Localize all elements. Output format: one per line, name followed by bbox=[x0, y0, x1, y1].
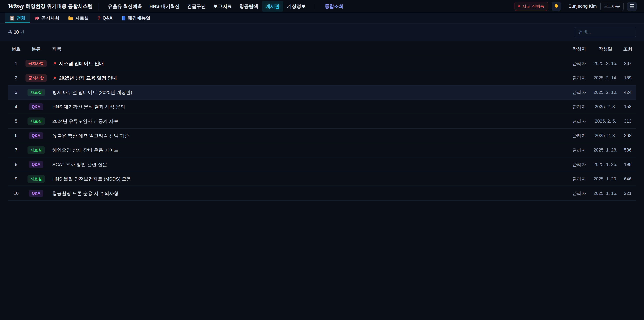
nav-item-7[interactable]: 기상정보 bbox=[283, 1, 310, 12]
post-title[interactable]: HNS 대기확산 분석 결과 해석 문의 bbox=[48, 104, 567, 110]
post-author: 관리자 bbox=[567, 104, 591, 110]
top-navbar: Wing 해양환경 위기대응 통합시스템 유출유 확산예측HNS·대기확산긴급구… bbox=[0, 0, 644, 13]
row-number: 4 bbox=[8, 104, 24, 109]
category-badge: Q&A bbox=[29, 132, 43, 139]
table-row[interactable]: 4 Q&A HNS 대기확산 분석 결과 해석 문의 관리자 2025. 2. … bbox=[8, 100, 636, 114]
col-header-author: 작성자 bbox=[567, 46, 591, 52]
post-title[interactable]: 방제 매뉴얼 업데이트 (2025년 개정판) bbox=[48, 89, 567, 96]
divider bbox=[315, 3, 315, 10]
category-badge: 공지사항 bbox=[26, 74, 46, 82]
user-name: Eunjeong Kim bbox=[568, 4, 597, 9]
nav-item-5[interactable]: 항공탐색 bbox=[236, 1, 262, 12]
category-badge: 공지사항 bbox=[26, 60, 46, 67]
post-date: 2025. 2. 5. bbox=[591, 119, 620, 124]
board-content: 총10건 번호 분류 제목 작성자 작성일 조회 1 공지사항 시스템 업데이트… bbox=[0, 24, 644, 201]
nav-item-1[interactable]: 유출유 확산예측 bbox=[104, 1, 146, 12]
table-row[interactable]: 9 자료실 HNS 물질 안전보건자료 (MSDS) 모음 관리자 2025. … bbox=[8, 172, 636, 186]
pushpin-icon bbox=[52, 61, 57, 66]
post-date: 2025. 2. 8. bbox=[591, 104, 620, 109]
row-number: 2 bbox=[8, 75, 24, 81]
post-views: 536 bbox=[620, 148, 636, 153]
col-header-title: 제목 bbox=[48, 46, 567, 52]
total-count-number: 10 bbox=[14, 30, 19, 35]
post-views: 313 bbox=[620, 119, 636, 124]
tab-question[interactable]: ?Q&A bbox=[93, 13, 117, 23]
post-author: 관리자 bbox=[567, 118, 591, 124]
table-row[interactable]: 8 Q&A SCAT 조사 방법 관련 질문 관리자 2025. 1. 25. … bbox=[8, 157, 636, 172]
incident-label: 사고 진행중 bbox=[522, 4, 544, 9]
row-number: 9 bbox=[8, 176, 24, 182]
board-toolbar: 총10건 bbox=[0, 24, 644, 41]
book-icon bbox=[121, 16, 126, 21]
board-tabbar: 전체공지사항자료실?Q&A해경매뉴얼 bbox=[0, 13, 644, 24]
category-badge: Q&A bbox=[29, 161, 43, 168]
post-author: 관리자 bbox=[567, 89, 591, 96]
clipboard-icon bbox=[10, 16, 14, 21]
post-title[interactable]: 유출유 확산 예측 알고리즘 선택 기준 bbox=[48, 133, 567, 139]
nav-item-2[interactable]: HNS·대기확산 bbox=[146, 1, 183, 12]
table-row[interactable]: 2 공지사항 2025년 방제 교육 일정 안내 관리자 2025. 2. 14… bbox=[8, 71, 636, 85]
category-badge: 자료실 bbox=[28, 146, 45, 154]
logout-button[interactable]: 로그아웃 bbox=[600, 2, 624, 11]
post-title[interactable]: 2024년 유류오염사고 통계 자료 bbox=[48, 118, 567, 125]
post-title[interactable]: 항공촬영 드론 운용 시 주의사항 bbox=[48, 190, 567, 197]
col-header-views: 조회 bbox=[620, 46, 636, 52]
table-body: 1 공지사항 시스템 업데이트 안내 관리자 2025. 2. 15. 287 … bbox=[8, 56, 636, 201]
row-number: 7 bbox=[8, 148, 24, 153]
post-date: 2025. 2. 3. bbox=[591, 133, 620, 138]
table-row[interactable]: 7 자료실 해양오염 방제 장비 운용 가이드 관리자 2025. 1. 28.… bbox=[8, 143, 636, 157]
category-badge: 자료실 bbox=[28, 89, 45, 96]
table-row[interactable]: 1 공지사항 시스템 업데이트 안내 관리자 2025. 2. 15. 287 bbox=[8, 56, 636, 71]
row-number: 10 bbox=[8, 191, 24, 196]
tab-book[interactable]: 해경매뉴얼 bbox=[117, 13, 155, 23]
post-views: 158 bbox=[620, 104, 636, 109]
notifications-button[interactable] bbox=[552, 2, 561, 11]
table-row[interactable]: 10 Q&A 항공촬영 드론 운용 시 주의사항 관리자 2025. 1. 15… bbox=[8, 186, 636, 201]
post-date: 2025. 1. 20. bbox=[591, 176, 620, 182]
post-author: 관리자 bbox=[567, 147, 591, 153]
row-number: 6 bbox=[8, 133, 24, 138]
menu-button[interactable] bbox=[627, 2, 636, 11]
post-author: 관리자 bbox=[567, 61, 591, 67]
post-date: 2025. 1. 25. bbox=[591, 162, 620, 167]
post-title[interactable]: 2025년 방제 교육 일정 안내 bbox=[48, 75, 567, 81]
megaphone-icon bbox=[34, 16, 39, 21]
tab-folder[interactable]: 자료실 bbox=[64, 13, 93, 23]
post-author: 관리자 bbox=[567, 75, 591, 81]
category-badge: 자료실 bbox=[28, 117, 45, 125]
nav-item-6[interactable]: 게시판 bbox=[262, 1, 283, 12]
tab-clipboard[interactable]: 전체 bbox=[5, 13, 30, 23]
post-views: 221 bbox=[620, 191, 636, 196]
search-input[interactable] bbox=[574, 27, 636, 37]
pushpin-icon bbox=[52, 76, 57, 80]
post-title[interactable]: 시스템 업데이트 안내 bbox=[48, 60, 567, 67]
post-views: 189 bbox=[620, 75, 636, 81]
row-number: 3 bbox=[8, 90, 24, 95]
post-date: 2025. 2. 14. bbox=[591, 75, 620, 81]
wing-logo-mark: Wing bbox=[8, 3, 23, 10]
app-title: 해양환경 위기대응 통합시스템 bbox=[26, 3, 92, 10]
nav-item-3[interactable]: 긴급구난 bbox=[183, 1, 210, 12]
tab-megaphone[interactable]: 공지사항 bbox=[30, 13, 64, 23]
col-header-category: 분류 bbox=[24, 46, 48, 52]
nav-item-integrated-search[interactable]: 통합조회 bbox=[321, 1, 347, 12]
table-row[interactable]: 6 Q&A 유출유 확산 예측 알고리즘 선택 기준 관리자 2025. 2. … bbox=[8, 129, 636, 143]
post-title[interactable]: SCAT 조사 방법 관련 질문 bbox=[48, 161, 567, 168]
table-row[interactable]: 5 자료실 2024년 유류오염사고 통계 자료 관리자 2025. 2. 5.… bbox=[8, 114, 636, 129]
post-views: 424 bbox=[620, 90, 636, 95]
post-date: 2025. 2. 15. bbox=[591, 61, 620, 66]
incident-dot-icon bbox=[518, 5, 520, 8]
post-title[interactable]: 해양오염 방제 장비 운용 가이드 bbox=[48, 147, 567, 153]
post-views: 198 bbox=[620, 162, 636, 167]
folder-icon bbox=[68, 16, 73, 20]
hamburger-icon bbox=[630, 4, 634, 8]
post-views: 646 bbox=[620, 176, 636, 182]
category-badge: Q&A bbox=[29, 190, 43, 197]
post-title[interactable]: HNS 물질 안전보건자료 (MSDS) 모음 bbox=[48, 176, 567, 182]
post-author: 관리자 bbox=[567, 162, 591, 168]
nav-item-4[interactable]: 보고자료 bbox=[210, 1, 236, 12]
app-logo[interactable]: Wing 해양환경 위기대응 통합시스템 bbox=[8, 3, 92, 10]
table-row[interactable]: 3 자료실 방제 매뉴얼 업데이트 (2025년 개정판) 관리자 2025. … bbox=[8, 85, 636, 100]
main-nav: 유출유 확산예측HNS·대기확산긴급구난보고자료항공탐색게시판기상정보 bbox=[104, 1, 310, 12]
category-badge: 자료실 bbox=[28, 175, 45, 183]
